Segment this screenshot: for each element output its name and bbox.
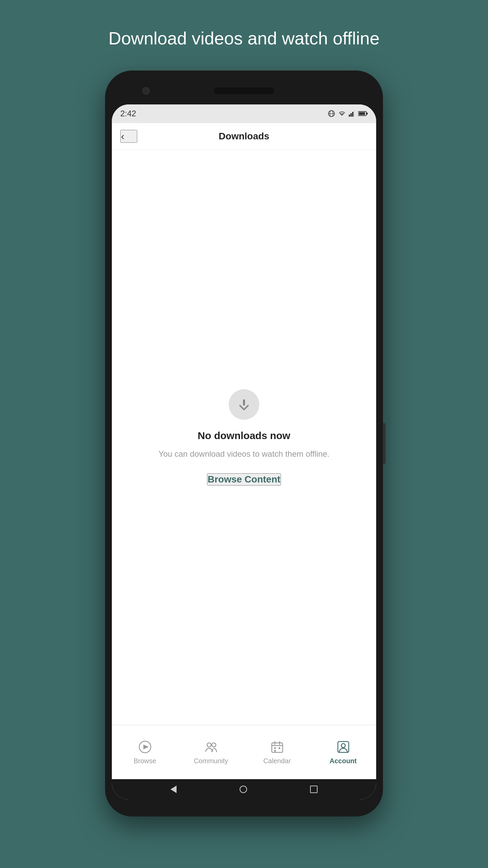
- globe-icon: [328, 110, 335, 117]
- android-back-button[interactable]: [170, 786, 177, 793]
- nav-label-community: Community: [194, 757, 228, 765]
- nav-item-community[interactable]: Community: [178, 725, 244, 779]
- app-header: ‹ Downloads: [112, 123, 376, 150]
- download-icon-circle: [229, 389, 259, 420]
- nav-label-account: Account: [330, 757, 357, 765]
- android-recents-button[interactable]: [310, 786, 318, 793]
- empty-state-subtitle: You can download videos to watch them of…: [159, 448, 329, 460]
- svg-point-15: [212, 743, 216, 747]
- nav-item-calendar[interactable]: Calendar: [244, 725, 310, 779]
- header-title: Downloads: [137, 131, 351, 142]
- community-icon: [203, 739, 219, 754]
- svg-rect-9: [367, 113, 368, 115]
- svg-point-24: [341, 744, 345, 748]
- phone-frame: 2:42: [105, 71, 383, 816]
- svg-marker-13: [143, 745, 149, 749]
- nav-item-account[interactable]: Account: [310, 725, 376, 779]
- svg-rect-5: [352, 112, 353, 117]
- account-icon: [336, 739, 351, 754]
- browse-content-button[interactable]: Browse Content: [207, 473, 281, 486]
- side-button: [383, 423, 386, 464]
- svg-rect-3: [349, 115, 350, 117]
- front-camera: [142, 87, 150, 95]
- signal-icon: [349, 111, 355, 117]
- status-icons: [328, 110, 368, 117]
- status-bar: 2:42: [112, 104, 376, 123]
- nav-label-browse: Browse: [134, 757, 156, 765]
- phone-screen: 2:42: [112, 104, 376, 800]
- speaker-grille: [214, 87, 274, 94]
- browse-icon: [137, 739, 152, 754]
- svg-rect-6: [354, 111, 355, 117]
- nav-item-browse[interactable]: Browse: [112, 725, 178, 779]
- svg-rect-16: [272, 743, 283, 752]
- battery-icon: [358, 111, 368, 116]
- phone-top-bar: [112, 77, 376, 104]
- svg-rect-20: [274, 747, 276, 749]
- svg-rect-4: [350, 113, 352, 117]
- svg-rect-22: [274, 750, 276, 752]
- android-nav-bar: [112, 779, 376, 800]
- calendar-icon: [269, 739, 285, 754]
- svg-rect-8: [359, 112, 365, 115]
- empty-state: No downloads now You can download videos…: [159, 389, 329, 486]
- svg-rect-11: [243, 399, 245, 406]
- bottom-nav: Browse Community: [112, 725, 376, 779]
- page-headline: Download videos and watch offline: [81, 27, 407, 50]
- svg-rect-21: [279, 747, 280, 749]
- app-content: No downloads now You can download videos…: [112, 150, 376, 725]
- back-button[interactable]: ‹: [120, 130, 137, 143]
- empty-state-title: No downloads now: [198, 430, 290, 441]
- svg-point-14: [207, 743, 211, 747]
- download-icon: [236, 396, 252, 413]
- nav-label-calendar: Calendar: [263, 757, 291, 765]
- android-home-button[interactable]: [240, 786, 247, 793]
- wifi-icon: [338, 111, 346, 117]
- status-time: 2:42: [120, 109, 136, 118]
